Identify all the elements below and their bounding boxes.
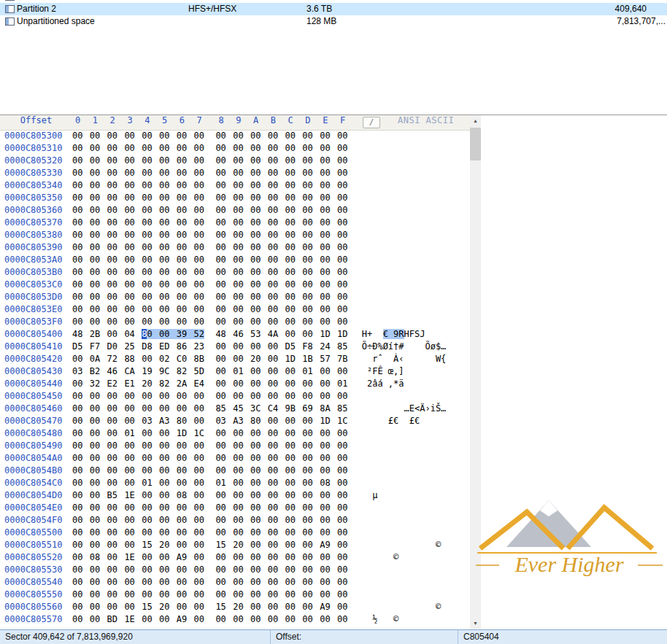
hex-byte[interactable]: 00 xyxy=(215,428,233,438)
ascii-text[interactable] xyxy=(362,577,447,587)
hex-byte[interactable]: 00 xyxy=(124,391,142,401)
hex-byte[interactable]: 00 xyxy=(194,552,212,562)
hex-byte[interactable]: 00 xyxy=(124,180,142,190)
hex-byte[interactable]: 00 xyxy=(233,205,250,215)
hex-byte[interactable]: 00 xyxy=(177,267,194,277)
hex-byte[interactable]: 00 xyxy=(233,552,250,562)
hex-byte[interactable]: E2 xyxy=(107,379,125,389)
hex-byte[interactable]: 00 xyxy=(90,255,107,265)
hex-byte[interactable]: 00 xyxy=(337,193,355,203)
hex-byte[interactable]: 00 xyxy=(250,205,268,215)
hex-byte[interactable]: 52 xyxy=(194,329,212,339)
hex-byte[interactable]: 00 xyxy=(268,453,285,463)
hex-byte[interactable]: 00 xyxy=(285,453,303,463)
hex-byte[interactable]: 00 xyxy=(250,478,268,488)
hex-byte[interactable]: 00 xyxy=(233,354,250,364)
hex-byte[interactable]: 00 xyxy=(320,453,337,463)
ascii-text[interactable] xyxy=(362,292,447,302)
hex-byte[interactable]: ED xyxy=(159,341,177,352)
hex-byte[interactable]: 00 xyxy=(72,391,90,401)
hex-byte[interactable]: 00 xyxy=(337,441,355,451)
hex-byte[interactable]: 00 xyxy=(107,515,125,525)
hex-byte[interactable]: 00 xyxy=(142,255,159,265)
hex-byte[interactable]: 03 xyxy=(72,366,90,376)
hex-byte[interactable]: 00 xyxy=(337,155,355,166)
hex-byte[interactable]: 00 xyxy=(302,416,320,426)
ascii-text[interactable] xyxy=(362,478,447,488)
hex-byte[interactable]: 00 xyxy=(250,565,268,575)
ascii-text[interactable] xyxy=(362,317,447,327)
hex-byte[interactable]: 00 xyxy=(215,317,233,327)
hex-byte[interactable]: 00 xyxy=(107,441,125,451)
hex-byte[interactable]: 00 xyxy=(250,168,268,178)
hex-byte[interactable]: 00 xyxy=(194,453,212,463)
hex-byte[interactable]: 00 xyxy=(250,428,268,438)
hex-byte[interactable]: 00 xyxy=(285,527,303,538)
hex-byte[interactable]: 00 xyxy=(72,180,90,190)
hex-byte[interactable]: 20 xyxy=(142,379,159,389)
ascii-text[interactable] xyxy=(362,131,447,141)
hex-byte[interactable]: 00 xyxy=(90,428,107,438)
hex-byte[interactable]: 00 xyxy=(215,304,233,314)
hex-byte[interactable]: 00 xyxy=(124,230,142,240)
hex-byte[interactable]: 00 xyxy=(302,205,320,215)
hex-byte[interactable]: 00 xyxy=(320,565,337,575)
hex-byte[interactable]: 00 xyxy=(268,602,285,612)
hex-byte[interactable]: 01 xyxy=(233,366,250,376)
hex-byte[interactable]: 00 xyxy=(285,168,303,178)
hex-byte[interactable]: 82 xyxy=(177,366,194,376)
hex-byte[interactable]: 00 xyxy=(285,317,303,327)
hex-byte[interactable]: 00 xyxy=(302,503,320,513)
hex-byte[interactable]: 3C xyxy=(250,403,268,414)
hex-byte[interactable]: 03 xyxy=(215,416,233,426)
hex-byte[interactable]: 00 xyxy=(320,180,337,190)
hex-byte[interactable]: 00 xyxy=(302,230,320,240)
hex-byte[interactable]: 00 xyxy=(320,279,337,290)
vertical-scrollbar[interactable]: ▲ ▼ xyxy=(470,115,481,629)
hex-byte[interactable]: 1D xyxy=(177,428,194,438)
hex-byte[interactable]: 00 xyxy=(285,577,303,587)
hex-byte[interactable]: 00 xyxy=(142,304,159,314)
hex-byte[interactable]: 00 xyxy=(233,217,250,228)
hex-byte[interactable]: 00 xyxy=(72,602,90,612)
hex-byte[interactable]: 00 xyxy=(142,155,159,166)
hex-byte[interactable]: 00 xyxy=(72,403,90,414)
hex-byte[interactable]: 00 xyxy=(124,131,142,141)
hex-byte[interactable]: 00 xyxy=(250,242,268,252)
hex-byte[interactable]: 00 xyxy=(107,168,125,178)
hex-byte[interactable]: 00 xyxy=(194,193,212,203)
hex-byte[interactable]: 57 xyxy=(320,354,337,364)
hex-byte[interactable]: 00 xyxy=(215,341,233,352)
hex-byte[interactable]: 00 xyxy=(320,490,337,500)
ascii-text[interactable]: © xyxy=(362,552,447,562)
hex-byte[interactable]: 00 xyxy=(90,403,107,414)
ascii-text[interactable] xyxy=(362,168,447,178)
hex-byte[interactable]: 25 xyxy=(124,341,142,352)
hex-byte[interactable]: 00 xyxy=(320,317,337,327)
hex-byte[interactable]: 00 xyxy=(194,279,212,290)
hex-byte[interactable]: 00 xyxy=(90,416,107,426)
hex-byte[interactable]: 00 xyxy=(268,193,285,203)
hex-byte[interactable]: 00 xyxy=(159,193,177,203)
hex-byte[interactable]: 00 xyxy=(320,441,337,451)
hex-byte[interactable]: 48 xyxy=(215,329,233,339)
hex-byte[interactable]: 39 xyxy=(177,329,194,339)
hex-byte[interactable]: 00 xyxy=(194,602,212,612)
hex-byte[interactable]: BD xyxy=(107,614,125,624)
hex-byte[interactable]: 00 xyxy=(302,131,320,141)
hex-byte[interactable]: 00 xyxy=(268,242,285,252)
ascii-text[interactable]: ²FÊ œ‚] xyxy=(362,366,447,376)
hex-byte[interactable]: 00 xyxy=(285,602,303,612)
hex-byte[interactable]: 00 xyxy=(233,453,250,463)
hex-byte[interactable]: 00 xyxy=(250,217,268,228)
hex-byte[interactable]: 00 xyxy=(250,279,268,290)
ascii-text[interactable] xyxy=(362,242,447,252)
hex-byte[interactable]: 00 xyxy=(159,577,177,587)
hex-byte[interactable]: 00 xyxy=(268,341,285,352)
ascii-text[interactable] xyxy=(362,205,447,215)
hex-byte[interactable]: 00 xyxy=(194,465,212,476)
hex-byte[interactable]: 00 xyxy=(320,366,337,376)
hex-byte[interactable]: 00 xyxy=(337,304,355,314)
hex-byte[interactable]: 00 xyxy=(285,255,303,265)
hex-byte[interactable]: 00 xyxy=(159,131,177,141)
